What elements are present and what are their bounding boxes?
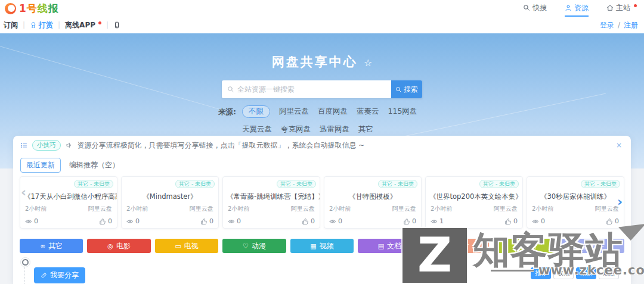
source-chip[interactable]: 迅雷网盘 — [320, 123, 349, 136]
view-count: 0 — [126, 217, 140, 225]
card-source: 阿里云盘 — [190, 205, 213, 213]
sort-button[interactable]: 推荐 — [531, 267, 551, 279]
software-icon: ▥ — [581, 243, 587, 249]
view-count: 0 — [329, 217, 342, 225]
source-chip[interactable]: 夸克网盘 — [281, 123, 311, 136]
like-count[interactable]: 0 — [606, 217, 619, 225]
resource-card[interactable]: 其它 - 未归类《世界top200本英文绘本集》2小时前阿里云盘10 — [425, 176, 523, 229]
share-button-label: 我要分享 — [50, 270, 79, 280]
source-chip[interactable]: 阿里云盘 — [279, 105, 309, 118]
category-video[interactable]: ▦视频 — [290, 239, 354, 253]
like-count[interactable]: 0 — [504, 217, 518, 225]
topnav-main-site[interactable]: 主站 — [606, 0, 637, 15]
source-chip[interactable]: 115网盘 — [388, 105, 417, 118]
logo-text: 1号线报 — [19, 2, 59, 15]
carousel-prev-icon[interactable]: ‹ — [21, 186, 26, 199]
logo-char: 报 — [48, 2, 59, 14]
category-button-row: ∞其它◎电影▭电视♡动漫▦视频▤文档▣图片♫音乐▥软件 — [13, 239, 631, 253]
tab-editor-picks[interactable]: 编辑推荐（空） — [69, 160, 119, 170]
category-anime[interactable]: ♡动漫 — [222, 239, 286, 253]
sort-button-row: 推荐收藏最新最热 — [531, 267, 619, 279]
resource-card[interactable]: 其它 - 未归类《17天从小白到微信小程序高高手》2小时前阿里云盘00 — [20, 176, 117, 229]
category-movies[interactable]: ◎电影 — [87, 239, 150, 253]
view-count: 1 — [431, 217, 444, 225]
card-time: 2小时前 — [126, 205, 148, 213]
source-chip[interactable]: 其它 — [358, 123, 373, 136]
thumbs-up-icon — [302, 218, 309, 225]
subbar-mobile[interactable] — [113, 21, 120, 29]
category-docs[interactable]: ▤文档 — [358, 239, 421, 253]
resource-card[interactable]: 其它 - 未归类《甘特图模板》2小时前阿里云盘00 — [324, 176, 422, 229]
register-link[interactable]: 注册 — [624, 20, 638, 30]
subbar-label: 打赏 — [39, 20, 53, 30]
category-tv[interactable]: ▭电视 — [155, 239, 218, 253]
reward-icon — [30, 21, 37, 29]
auth-separator: / — [618, 21, 620, 29]
card-time: 2小时前 — [431, 205, 452, 213]
source-chip[interactable]: 不限 — [242, 105, 270, 118]
search-button[interactable]: 搜索 — [391, 80, 422, 98]
sort-button[interactable]: 收藏 — [553, 267, 574, 279]
category-music[interactable]: ♫音乐 — [493, 239, 556, 253]
category-label: 其它 — [48, 241, 63, 251]
search-input[interactable] — [222, 80, 391, 98]
login-link[interactable]: 登录 — [600, 20, 614, 30]
site-logo[interactable]: 1号线报 — [5, 2, 59, 15]
subbar-offline-app[interactable]: 离线APP — [65, 20, 101, 30]
link-icon — [41, 272, 47, 279]
category-label: 软件 — [590, 241, 604, 251]
like-count-value: 0 — [209, 217, 213, 225]
sort-button[interactable]: 最新 — [576, 267, 596, 279]
resource-card[interactable]: 其它 - 未归类《Mindmaster》2小时前阿里云盘00 — [121, 176, 219, 229]
subbar-label: 订阅 — [4, 20, 18, 30]
card-source: 阿里云盘 — [595, 205, 619, 213]
source-chip[interactable]: 百度网盘 — [318, 105, 348, 118]
card-meta: 2小时前阿里云盘 — [228, 205, 315, 213]
share-button[interactable]: 我要分享 — [34, 267, 85, 283]
phone-icon — [113, 21, 120, 29]
resource-card[interactable]: 其它 - 未归类《常青藤-跳绳训练营【完结】》2小时前阿里云盘00 — [222, 176, 320, 229]
card-stats: 00 — [25, 217, 112, 225]
card-category-badge: 其它 - 未归类 — [378, 180, 417, 188]
close-icon[interactable]: × — [614, 141, 624, 149]
source-chip[interactable]: 天翼云盘 — [242, 123, 272, 136]
category-images[interactable]: ▣图片 — [426, 239, 489, 253]
view-count: 0 — [228, 217, 241, 225]
list-icon — [20, 142, 27, 149]
subbar-reward[interactable]: 打赏 — [30, 20, 53, 30]
like-count-value: 0 — [311, 217, 315, 225]
topnav-quick-search[interactable]: 快搜 — [523, 0, 547, 15]
category-other[interactable]: ∞其它 — [20, 239, 83, 253]
like-count[interactable]: 0 — [99, 217, 112, 225]
content-panel: 小技巧 资源分享流程极简化，只需要填写分享链接，点击「提取元数据」，系统会自动提… — [13, 136, 631, 284]
page-title: 网盘共享中心 ☆ — [0, 54, 644, 70]
search-button-label: 搜索 — [404, 85, 418, 95]
timeline-line — [24, 267, 25, 284]
thumbs-up-icon — [99, 218, 106, 225]
sort-button[interactable]: 最热 — [599, 267, 619, 279]
card-title: 《17天从小白到微信小程序高高手》 — [20, 192, 117, 201]
search-icon — [523, 4, 530, 11]
topnav-label: 资源 — [574, 3, 589, 13]
card-stats: 00 — [126, 217, 213, 225]
tab-recent-updates[interactable]: 最近更新 — [20, 158, 61, 173]
like-count[interactable]: 0 — [302, 217, 315, 225]
eye-icon — [329, 218, 336, 225]
card-stats: 00 — [532, 217, 619, 225]
card-source: 阿里云盘 — [88, 205, 112, 213]
resource-card[interactable]: 其它 - 未归类《30秒居家体能训练》2小时前阿里云盘00 — [527, 176, 624, 229]
card-category-badge: 其它 - 未归类 — [277, 180, 316, 188]
card-title: 《Mindmaster》 — [122, 192, 218, 201]
card-time: 2小时前 — [25, 205, 47, 213]
card-title: 《常青藤-跳绳训练营【完结】》 — [223, 192, 320, 201]
logo-char: 线 — [38, 2, 48, 14]
topnav-resources[interactable]: 资源 — [565, 0, 589, 17]
carousel-next-icon[interactable]: › — [617, 195, 623, 208]
like-count[interactable]: 0 — [200, 217, 213, 225]
subbar-label: 离线APP — [65, 20, 95, 30]
category-software[interactable]: ▥软件 — [561, 239, 624, 253]
anime-icon: ♡ — [243, 243, 249, 249]
like-count[interactable]: 0 — [403, 217, 416, 225]
source-chip[interactable]: 蓝奏云 — [357, 105, 379, 118]
subbar-subscribe[interactable]: 订阅 — [4, 20, 18, 30]
